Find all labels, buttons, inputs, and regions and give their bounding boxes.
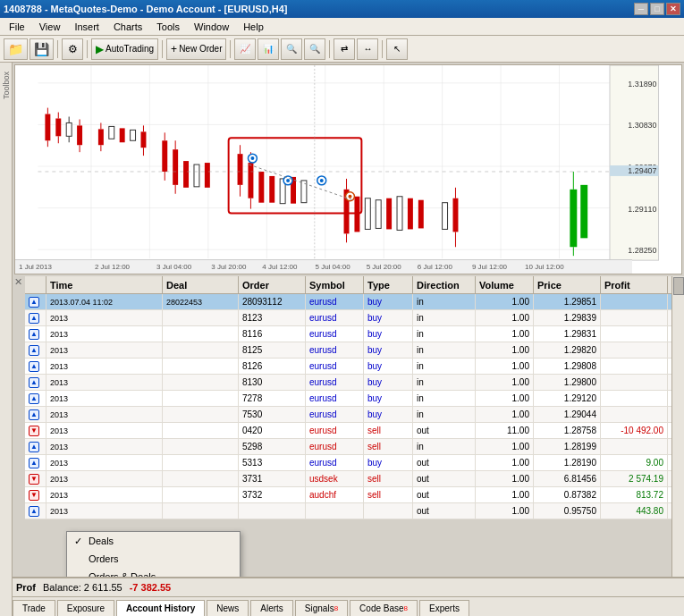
td-time: 2013: [46, 342, 163, 358]
new-order-button[interactable]: + New Order: [166, 38, 226, 60]
col-volume[interactable]: Volume: [476, 276, 534, 293]
table-row[interactable]: ▲ 2013.07.04 11:02 28022453 28093112 eur…: [25, 294, 671, 310]
toolbox-left: Toolbox: [0, 63, 13, 616]
td-symbol: usdsek: [306, 471, 364, 486]
tab-signals[interactable]: Signals8: [295, 600, 348, 616]
svg-rect-38: [173, 149, 178, 185]
col-direction[interactable]: Direction: [413, 276, 476, 293]
table-row[interactable]: ▲ 2013 5298 eurusd sell in 1.00 1.28199: [25, 439, 671, 455]
toolbar-btn-1[interactable]: 📁: [4, 38, 28, 60]
tab-trade[interactable]: Trade: [13, 600, 55, 616]
table-row[interactable]: ▼ 2013 0420 eurusd sell out 11.00 1.2875…: [25, 423, 671, 439]
table-row[interactable]: ▼ 2013 3732 audchf sell out 1.00 0.87382…: [25, 487, 671, 503]
col-order[interactable]: Order: [239, 276, 306, 293]
tab-account-history[interactable]: Account History: [116, 600, 205, 616]
td-time: 2013: [46, 326, 163, 342]
menu-tools[interactable]: Tools: [149, 18, 187, 35]
table-row[interactable]: ▲ 2013 8123 eurusd buy in 1.00 1.29839: [25, 310, 671, 326]
tab-news[interactable]: News: [207, 600, 249, 616]
td-profit: 813.72: [601, 487, 668, 502]
tab-experts[interactable]: Experts: [419, 600, 469, 616]
td-direction: out: [413, 487, 476, 502]
chart-tool-5[interactable]: ⇄: [334, 38, 355, 60]
td-time: 2013: [46, 471, 163, 486]
td-volume: 1.00: [476, 471, 534, 486]
prof-label: Prof: [16, 582, 36, 593]
toolbar-btn-2[interactable]: 💾: [30, 38, 54, 60]
td-volume: 1.00: [476, 455, 534, 470]
tab-codebase[interactable]: Code Base8: [350, 600, 418, 616]
menu-file[interactable]: File: [2, 18, 32, 35]
td-volume: 1.00: [476, 294, 534, 309]
chart-tool-6[interactable]: ↔: [357, 38, 378, 60]
td-icon: ▲: [25, 359, 46, 374]
context-menu: Deals Orders Orders & Deals Symbols▶ Vol…: [66, 531, 241, 577]
chart-tool-4[interactable]: 🔍: [304, 38, 325, 60]
td-order: 7278: [239, 391, 306, 406]
chart-tool-7[interactable]: ↖: [386, 38, 408, 60]
menu-window[interactable]: Window: [187, 18, 236, 35]
td-time: 2013.07.04 11:02: [46, 294, 163, 309]
table-close-button[interactable]: ✕: [14, 276, 22, 288]
menu-charts[interactable]: Charts: [106, 18, 149, 35]
td-price: 0.87382: [534, 487, 601, 502]
td-direction: out: [413, 471, 476, 486]
toolbar-sep-2: [87, 40, 88, 58]
td-symbol: eurusd: [306, 310, 364, 325]
td-direction: in: [413, 391, 476, 406]
table-row[interactable]: ▲ 2013 7278 eurusd buy in 1.00 1.29120: [25, 391, 671, 407]
svg-rect-66: [452, 198, 458, 232]
td-type: buy: [364, 326, 413, 342]
autotrading-button[interactable]: ▶ AutoTrading: [91, 38, 158, 60]
td-volume: 1.00: [476, 375, 534, 390]
menu-view[interactable]: View: [32, 18, 68, 35]
svg-rect-47: [248, 163, 253, 198]
td-direction: out: [413, 423, 476, 438]
chart-tool-2[interactable]: 📊: [258, 38, 279, 60]
col-price[interactable]: Price: [534, 276, 601, 293]
col-time[interactable]: Time: [46, 276, 163, 293]
col-deal[interactable]: Deal: [163, 276, 239, 293]
td-deal: [163, 342, 239, 358]
close-button[interactable]: ✕: [666, 3, 680, 15]
table-row[interactable]: ▲ 2013 out 1.00 0.95750 443.80: [25, 503, 671, 519]
table-row[interactable]: ▲ 2013 8126 eurusd buy in 1.00 1.29808: [25, 359, 671, 375]
col-profit[interactable]: Profit: [601, 276, 668, 293]
table-header: Time Deal Order Symbol Type Direction Vo…: [25, 276, 671, 294]
svg-rect-64: [418, 200, 424, 229]
td-symbol: eurusd: [306, 294, 364, 309]
menu-insert[interactable]: Insert: [67, 18, 106, 35]
table-row[interactable]: ▲ 2013 8125 eurusd buy in 1.00 1.29820: [25, 342, 671, 359]
td-symbol: [306, 503, 364, 519]
table-row[interactable]: ▼ 2013 3731 usdsek sell out 1.00 6.81456…: [25, 471, 671, 487]
maximize-button[interactable]: □: [650, 3, 664, 15]
td-symbol: eurusd: [306, 375, 364, 390]
col-type[interactable]: Type: [364, 276, 413, 293]
ctx-deals[interactable]: Deals: [67, 532, 240, 550]
td-price: 1.29120: [534, 391, 601, 406]
table-row[interactable]: ▲ 2013 5313 eurusd buy out 1.00 1.28190 …: [25, 455, 671, 471]
title-controls[interactable]: ─ □ ✕: [634, 3, 680, 15]
td-symbol: eurusd: [306, 439, 364, 454]
toolbar-btn-3[interactable]: ⚙: [62, 38, 83, 60]
chart-tool-3[interactable]: 🔍: [281, 38, 302, 60]
td-time: 2013: [46, 391, 163, 406]
table-row[interactable]: ▲ 2013 7530 eurusd buy in 1.00 1.29044: [25, 407, 671, 423]
td-type: sell: [364, 439, 413, 454]
tab-alerts[interactable]: Alerts: [250, 600, 293, 616]
td-deal: [163, 407, 239, 422]
td-profit: -10 492.00: [601, 423, 668, 438]
tab-exposure[interactable]: Exposure: [57, 600, 114, 616]
table-row[interactable]: ▲ 2013 8130 eurusd buy in 1.00 1.29800: [25, 375, 671, 391]
ctx-orders-deals[interactable]: Orders & Deals: [67, 568, 240, 577]
td-type: [364, 503, 413, 519]
chart-tool-1[interactable]: 📈: [234, 38, 256, 60]
td-deal: [163, 503, 239, 519]
minimize-button[interactable]: ─: [634, 3, 648, 15]
col-symbol[interactable]: Symbol: [306, 276, 364, 293]
scrollbar-vertical[interactable]: [671, 276, 684, 577]
menu-help[interactable]: Help: [236, 18, 271, 35]
table-row[interactable]: ▲ 2013 8116 eurusd buy in 1.00 1.29831: [25, 326, 671, 342]
ctx-orders[interactable]: Orders: [67, 550, 240, 568]
td-volume: 1.00: [476, 359, 534, 374]
